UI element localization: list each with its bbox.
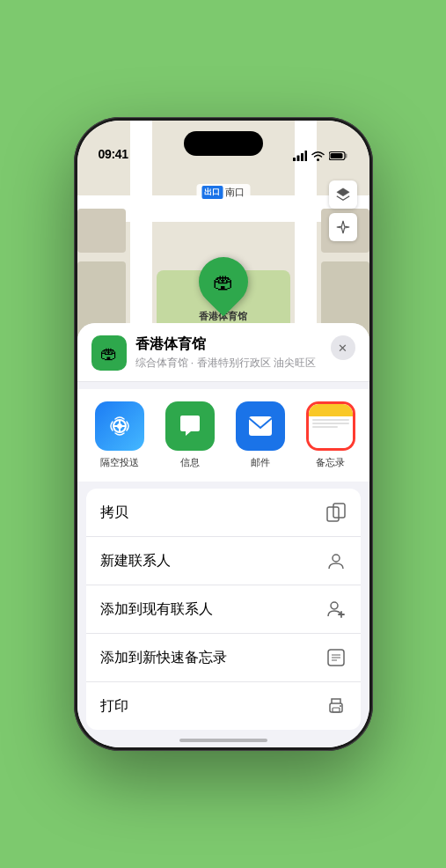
map-label-text: 南口: [225, 186, 245, 199]
action-print[interactable]: 打印: [86, 682, 361, 730]
map-label-tag: 出口: [201, 186, 223, 199]
mail-label: 邮件: [251, 456, 270, 469]
copy-label: 拷贝: [100, 504, 128, 522]
share-notes[interactable]: 备忘录: [303, 401, 359, 469]
location-name: 香港体育馆: [135, 335, 322, 354]
svg-rect-1: [296, 156, 299, 162]
notes-header: [309, 404, 353, 416]
messages-label: 信息: [180, 456, 200, 469]
action-new-contact[interactable]: 新建联系人: [86, 537, 361, 585]
phone-frame: 09:41: [74, 117, 373, 751]
add-existing-label: 添加到现有联系人: [100, 600, 213, 619]
share-airdrop[interactable]: 隔空投送: [91, 401, 148, 469]
airdrop-icon: [95, 401, 144, 451]
messages-icon: [165, 401, 215, 451]
share-row: 隔空投送 信息: [77, 389, 369, 482]
new-contact-label: 新建联系人: [100, 552, 171, 570]
location-info: 香港体育馆 综合体育馆 · 香港特别行政区 油尖旺区: [135, 335, 322, 371]
stadium-marker[interactable]: 🏟 香港体育馆: [199, 257, 248, 323]
quick-note-label: 添加到新快速备忘录: [100, 649, 227, 667]
svg-rect-7: [330, 153, 342, 158]
svg-rect-10: [249, 416, 272, 436]
notes-line-1: [312, 419, 349, 421]
status-time: 09:41: [99, 147, 128, 161]
svg-rect-6: [345, 154, 347, 158]
svg-rect-3: [304, 151, 307, 161]
action-quick-note[interactable]: 添加到新快速备忘录: [86, 634, 361, 682]
map-controls: [329, 180, 357, 241]
location-button[interactable]: [329, 213, 357, 241]
airdrop-label: 隔空投送: [100, 456, 139, 469]
dynamic-island: [184, 131, 263, 156]
mail-symbol: [247, 415, 274, 438]
phone-inner: 09:41: [77, 121, 369, 747]
bottom-sheet: 🏟 香港体育馆 综合体育馆 · 香港特别行政区 油尖旺区 ✕: [77, 323, 369, 747]
location-description: 综合体育馆 · 香港特别行政区 油尖旺区: [135, 356, 322, 371]
share-messages[interactable]: 信息: [162, 401, 218, 469]
airdrop-symbol: [106, 413, 133, 439]
quick-note-icon: [325, 647, 347, 668]
location-icon: [336, 220, 350, 234]
close-button[interactable]: ✕: [331, 335, 355, 360]
notes-icon: [309, 404, 353, 448]
marker-pin: 🏟: [188, 246, 258, 316]
stadium-icon: 🏟: [213, 269, 234, 294]
action-copy[interactable]: 拷贝: [86, 489, 361, 537]
copy-icon: [325, 502, 347, 523]
layers-icon: [335, 187, 351, 202]
notes-line-3: [312, 426, 338, 428]
notes-icon-container: [306, 401, 355, 451]
wifi-icon: [311, 151, 325, 161]
svg-rect-0: [293, 158, 296, 161]
svg-rect-2: [301, 153, 303, 161]
svg-point-23: [340, 705, 341, 707]
messages-symbol: [177, 413, 203, 439]
action-list: 拷贝 新建联系人: [86, 489, 361, 730]
svg-point-14: [331, 602, 338, 609]
print-icon: [325, 695, 347, 717]
action-add-existing[interactable]: 添加到现有联系人: [86, 585, 361, 634]
print-label: 打印: [100, 697, 128, 716]
status-icons: [293, 151, 348, 161]
notes-body: [309, 416, 353, 448]
signal-icon: [293, 151, 307, 161]
location-venue-icon: 🏟: [91, 335, 127, 371]
notes-line-2: [312, 423, 349, 424]
home-indicator: [179, 739, 267, 742]
add-existing-icon: [325, 599, 347, 620]
map-layers-button[interactable]: [329, 180, 357, 209]
battery-icon: [329, 151, 348, 161]
notes-label: 备忘录: [316, 456, 345, 469]
svg-point-9: [117, 423, 122, 429]
mail-icon: [236, 401, 285, 451]
svg-point-4: [317, 158, 319, 161]
svg-point-13: [333, 555, 340, 562]
share-mail[interactable]: 邮件: [232, 401, 289, 469]
location-card: 🏟 香港体育馆 综合体育馆 · 香港特别行政区 油尖旺区 ✕: [77, 323, 369, 382]
new-contact-icon: [325, 550, 347, 571]
map-label: 出口 南口: [196, 184, 250, 201]
